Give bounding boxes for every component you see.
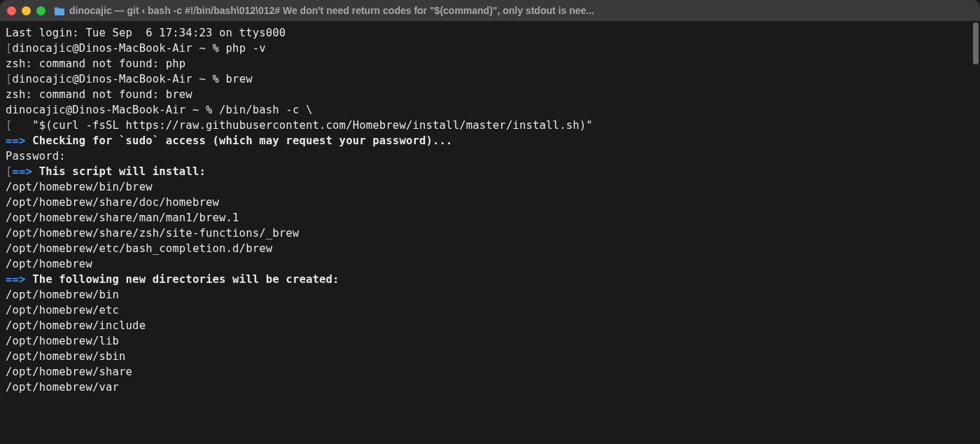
password-prompt: Password: bbox=[6, 148, 974, 164]
prompt-text: dinocajic@Dinos-MacBook-Air ~ % bbox=[13, 73, 226, 85]
arrow-icon: ==> bbox=[6, 134, 26, 147]
traffic-lights bbox=[7, 6, 46, 15]
bracket-icon: [ bbox=[6, 42, 13, 55]
install-path: /opt/homebrew bbox=[6, 256, 974, 272]
install-path: /opt/homebrew/bin/brew bbox=[6, 179, 974, 195]
install-path: /opt/homebrew/share/doc/homebrew bbox=[6, 195, 974, 210]
prompt-line-3: dinocajic@Dinos-MacBook-Air ~ % /bin/bas… bbox=[6, 102, 974, 118]
dir-path: /opt/homebrew/bin bbox=[6, 287, 974, 303]
arrow-icon: ==> bbox=[6, 273, 26, 286]
bracket-icon: [ bbox=[6, 119, 13, 132]
dirs-header: The following new directories will be cr… bbox=[26, 273, 340, 286]
prompt-line-2: [dinocajic@Dinos-MacBook-Air ~ % brew bbox=[6, 71, 974, 87]
command-text: /bin/bash -c \ bbox=[219, 104, 312, 116]
dir-path: /opt/homebrew/include bbox=[6, 318, 974, 333]
titlebar[interactable]: dinocajic — git ‹ bash -c #!/bin/bash\01… bbox=[0, 0, 980, 21]
terminal-window: dinocajic — git ‹ bash -c #!/bin/bash\01… bbox=[0, 0, 980, 444]
minimize-button[interactable] bbox=[22, 6, 31, 15]
sudo-message: Checking for `sudo` access (which may re… bbox=[26, 134, 453, 147]
command-text: "$(curl -fsSL https://raw.githubusercont… bbox=[13, 119, 593, 132]
dir-path: /opt/homebrew/var bbox=[6, 380, 974, 395]
folder-icon bbox=[54, 6, 65, 15]
command-continuation: [ "$(curl -fsSL https://raw.githubuserco… bbox=[6, 118, 974, 133]
command-text: brew bbox=[226, 73, 253, 85]
error-line-1: zsh: command not found: php bbox=[6, 56, 974, 71]
dir-path: /opt/homebrew/lib bbox=[6, 333, 974, 349]
install-header: This script will install: bbox=[32, 165, 206, 178]
bracket-icon: [ bbox=[6, 165, 13, 178]
scrollbar-thumb[interactable] bbox=[973, 22, 979, 64]
install-path: /opt/homebrew/etc/bash_completion.d/brew bbox=[6, 241, 974, 256]
dir-path: /opt/homebrew/share bbox=[6, 364, 974, 380]
install-path: /opt/homebrew/share/man/man1/brew.1 bbox=[6, 210, 974, 226]
install-header-line: [==> This script will install: bbox=[6, 164, 974, 179]
dir-path: /opt/homebrew/sbin bbox=[6, 349, 974, 364]
dir-path: /opt/homebrew/etc bbox=[6, 303, 974, 318]
dirs-header-line: ==> The following new directories will b… bbox=[6, 272, 974, 287]
prompt-text: dinocajic@Dinos-MacBook-Air ~ % bbox=[13, 42, 226, 55]
install-path: /opt/homebrew/share/zsh/site-functions/_… bbox=[6, 226, 974, 241]
sudo-check-line: ==> Checking for `sudo` access (which ma… bbox=[6, 133, 974, 148]
maximize-button[interactable] bbox=[36, 6, 46, 15]
error-line-2: zsh: command not found: brew bbox=[6, 87, 974, 102]
prompt-text: dinocajic@Dinos-MacBook-Air ~ % bbox=[6, 104, 219, 116]
close-button[interactable] bbox=[7, 6, 16, 15]
arrow-icon: ==> bbox=[13, 165, 33, 178]
window-title: dinocajic — git ‹ bash -c #!/bin/bash\01… bbox=[69, 5, 973, 16]
prompt-line-1: [dinocajic@Dinos-MacBook-Air ~ % php -v bbox=[6, 41, 974, 56]
command-text: php -v bbox=[226, 42, 266, 55]
last-login-line: Last login: Tue Sep 6 17:34:23 on ttys00… bbox=[6, 25, 974, 41]
terminal-output[interactable]: Last login: Tue Sep 6 17:34:23 on ttys00… bbox=[0, 21, 980, 444]
bracket-icon: [ bbox=[6, 73, 13, 85]
